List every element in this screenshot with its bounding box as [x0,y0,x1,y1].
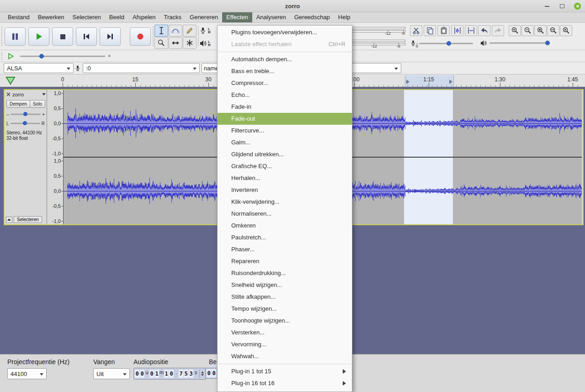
menu-item[interactable]: Klik-verwijdering... [218,196,352,208]
menu-item[interactable]: Compressor... [218,77,352,89]
project-rate-combobox[interactable]: 44100 [7,368,47,379]
track-menu-arrow-icon[interactable] [42,93,46,95]
selection-left-handle-icon[interactable] [406,79,410,84]
menu-item[interactable]: Snelheid wijzigen... [218,279,352,291]
play-head-pin-button[interactable] [5,76,16,85]
menubar-item[interactable]: Bestand [4,12,34,22]
menu-item[interactable]: Glijdend uitrekken... [218,148,352,160]
time-segment[interactable]: 0 [169,370,174,378]
vertical-ruler[interactable]: 1,00,50,0-0,5-1,0 1,00,50,0-0,5-1,0 [47,90,64,224]
time-spinner[interactable] [199,369,205,378]
toolbar-grip[interactable] [1,26,3,46]
trim-audio-button[interactable] [451,25,463,36]
play-speed-slider[interactable] [20,53,105,60]
play-at-speed-button[interactable] [5,52,16,60]
recording-volume-slider[interactable] [419,40,473,47]
snap-combobox[interactable]: Uit [93,368,130,379]
menu-item[interactable]: Grafische EQ... [218,160,352,172]
menubar-item[interactable]: Help [334,12,355,22]
toolbar-grip[interactable] [153,26,154,46]
menu-item[interactable]: Tempo wijzigen... [218,303,352,315]
time-segment[interactable]: 1 [154,370,159,378]
toolbar-grip[interactable] [1,52,3,60]
menu-item[interactable]: Inverteren [218,184,352,196]
menu-item[interactable]: Filtercurve... [218,125,352,137]
copy-button[interactable] [424,25,436,36]
slider-thumb[interactable] [23,112,27,116]
audio-host-combobox[interactable]: ALSA [4,63,74,73]
zoom-selection-button[interactable] [534,25,547,36]
time-segment[interactable]: m [160,370,164,378]
paste-button[interactable] [437,25,450,36]
slider-thumb[interactable] [23,121,27,125]
stop-button[interactable] [52,27,73,46]
envelope-tool-button[interactable] [169,25,182,37]
redo-button[interactable] [492,25,504,36]
undo-button[interactable] [478,25,490,36]
menu-item[interactable]: Plugins toevoegen/verwijderen... [218,26,352,38]
time-segment[interactable]: 0 [212,369,216,377]
menu-item[interactable]: Fade-out [218,113,352,125]
time-segment[interactable]: 0 [140,370,144,378]
menu-item[interactable]: Toonhoogte wijzigen... [218,315,352,327]
multi-tool-button[interactable] [183,37,197,49]
time-segment[interactable]: 7 [179,370,183,378]
menu-item[interactable]: Stilte afkappen... [218,291,352,303]
menubar-item[interactable]: Beeld [105,12,128,22]
time-segment[interactable]: 0 [149,370,154,378]
time-segment[interactable]: . [174,370,178,378]
menu-item-with-submenu[interactable]: Plug-in 16 tot 16 [218,377,352,389]
menu-item[interactable]: Wahwah... [218,350,352,362]
play-button[interactable] [28,27,49,46]
time-shift-tool-button[interactable] [169,37,182,49]
menu-item[interactable]: Omkeren [218,220,352,232]
draw-tool-button[interactable] [183,25,197,37]
skip-to-start-button[interactable] [76,27,97,46]
maximize-button[interactable] [558,2,566,11]
solo-button[interactable]: Solo [30,100,45,108]
cut-button[interactable] [410,25,422,36]
time-segment[interactable]: 1 [164,370,169,378]
menubar-item[interactable]: Bewerken [34,12,69,22]
menubar-item[interactable]: Selecteren [69,12,105,22]
time-segment[interactable]: 0 [207,369,211,377]
minimize-button[interactable] [543,2,551,11]
menu-item-with-submenu[interactable]: Plug-in 1 tot 15 [218,366,352,377]
zoom-in-button[interactable] [509,25,521,36]
zoom-out-button[interactable] [521,25,534,36]
menu-item[interactable]: Repareren [218,255,352,267]
skip-to-end-button[interactable] [100,27,121,46]
selection-right-handle-icon[interactable] [449,79,452,84]
selection-start-display-partial[interactable]: 00 [205,368,218,379]
slider-thumb[interactable] [545,41,550,45]
track-close-button[interactable] [6,92,11,97]
slider-thumb[interactable] [39,54,44,58]
zoom-tool-button[interactable] [154,37,168,49]
menubar-item[interactable]: Genereren [186,12,222,22]
menu-item[interactable]: Ruisonderdrukking... [218,267,352,279]
menu-item[interactable]: Automatisch dempen... [218,53,352,65]
menu-item[interactable]: Normaliseren... [218,208,352,220]
menu-item[interactable]: Echo... [218,89,352,101]
menu-item[interactable]: Vervorming... [218,339,352,350]
playback-volume-slider[interactable] [489,39,550,47]
recording-device-combobox[interactable]: :0 [83,63,200,73]
menu-item[interactable]: Laatste effect herhalen Ctrl+R [218,38,352,50]
close-button[interactable] [573,2,581,11]
track-select-button[interactable]: Selecteren [14,216,42,223]
time-segment[interactable]: 5 [184,370,188,378]
menu-item[interactable]: Galm... [218,137,352,148]
collapse-track-button[interactable] [6,217,12,223]
selection-tool-button[interactable] [154,25,168,37]
record-button[interactable] [130,27,151,46]
pause-button[interactable] [5,27,26,46]
time-segment[interactable]: u [145,370,149,378]
menu-item[interactable]: Herhalen... [218,172,352,184]
menu-item[interactable]: Bass en treble... [218,65,352,77]
menu-item[interactable]: Fade-in [218,101,352,113]
mute-button[interactable]: Dempen [6,100,30,108]
menubar-item[interactable]: Tracks [160,12,186,22]
menubar-item[interactable]: Afspelen [128,12,160,22]
track-name[interactable]: zorro [12,92,41,97]
menu-item[interactable]: Versterken... [218,327,352,339]
